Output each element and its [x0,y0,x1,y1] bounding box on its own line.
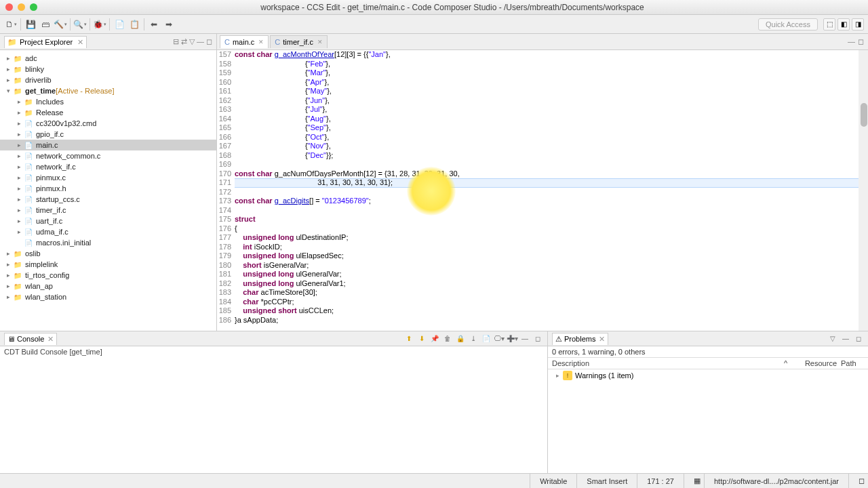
tree-item[interactable]: 📄macros.ini_initial [0,237,216,248]
tree-item[interactable]: ▸📄network_common.c [0,150,216,161]
view-menu-icon[interactable]: ▽ [189,37,195,46]
code-editor[interactable]: 157 158 159 160 161 162 163 164 165 166 … [217,50,868,331]
window-title: workspace - CCS Edit - get_time/main.c -… [42,3,863,12]
warnings-label: Warnings (1 item) [575,371,633,380]
tree-item[interactable]: ▸📄startup_ccs.c [0,194,216,205]
console-max-icon[interactable]: ◻ [532,333,543,344]
project-tree[interactable]: ▸📁adc▸📁blinky▸📁driverlib▾📁get_time [Acti… [0,50,216,331]
tree-item[interactable]: ▸📄cc3200v1p32.cmd [0,118,216,129]
expand-icon[interactable]: ▸ [556,372,563,379]
console-up-icon[interactable]: ⬆ [403,333,414,344]
search-icon[interactable]: 🔍 [73,18,87,31]
link-editor-icon[interactable]: ⇄ [181,37,187,46]
console-icon: 🖥 [7,335,15,343]
close-window-button[interactable] [5,3,13,11]
console-new-icon[interactable]: ➕▾ [507,333,517,344]
warning-icon: ! [563,371,572,380]
zoom-window-button[interactable] [30,3,37,11]
editor-area: Cmain.c✕Ctimer_if.c✕ — ◻ 157 158 159 160… [217,34,868,331]
tree-item[interactable]: ▸📄network_if.c [0,161,216,172]
problems-icon: ⚠ [555,335,562,344]
console-display-icon[interactable]: 🖵▾ [494,333,505,344]
tree-item[interactable]: ▸📁adc [0,53,216,64]
back-icon[interactable]: ⬅ [147,18,161,31]
maximize-editor-icon[interactable]: ◻ [858,37,864,46]
tree-item[interactable]: ▸📁wlan_station [0,291,216,302]
console-tab[interactable]: 🖥 Console ✕ [4,333,57,345]
tree-item[interactable]: ▾📁get_time [Active - Release] [0,85,216,96]
console-label: Console [17,335,44,343]
tree-item[interactable]: ▸📁Release [0,107,216,118]
new-menu-icon[interactable]: 🗋 [4,18,18,31]
col-description[interactable]: Description [548,359,780,367]
col-path[interactable]: Path [841,359,868,367]
forward-icon[interactable]: ➡ [162,18,176,31]
tree-item[interactable]: ▸📄gpio_if.c [0,129,216,140]
quick-access-input[interactable]: Quick Access [758,18,818,30]
problems-min-icon[interactable]: — [840,333,851,344]
tree-item[interactable]: ▸📄main.c [0,140,216,150]
minimize-window-button[interactable] [18,3,25,11]
problems-tab[interactable]: ⚠ Problems ✕ [552,333,608,345]
main-toolbar: 🗋 💾 🗃 🔨 🔍 🐞 📄 📋 ⬅ ➡ Quick Access ⬚ ◧ ◨ [0,15,868,34]
perspective-other-icon[interactable]: ◨ [852,18,864,30]
insert-mode-status: Smart Insert [576,474,637,488]
collapse-all-icon[interactable]: ⊟ [173,37,179,46]
editor-tab[interactable]: Cmain.c✕ [220,35,269,48]
console-down-icon[interactable]: ⬇ [416,333,427,344]
tree-item[interactable]: ▸📄pinmux.c [0,172,216,183]
console-min-icon[interactable]: — [519,333,530,344]
folder-icon: 📁 [7,38,17,47]
minimize-view-icon[interactable]: — [197,37,204,46]
tree-item[interactable]: ▸📁driverlib [0,75,216,85]
close-console-icon[interactable]: ✕ [47,335,54,344]
tool2-icon[interactable]: 📋 [127,18,141,31]
save-icon[interactable]: 💾 [24,18,37,31]
problems-view: ⚠ Problems ✕ ▽ — ◻ 0 errors, 1 warning, … [548,331,868,473]
save-all-icon[interactable]: 🗃 [39,18,52,31]
warnings-row[interactable]: ▸ ! Warnings (1 item) [548,369,868,382]
console-subtitle: CDT Build Console [get_time] [0,346,547,357]
close-tab-icon[interactable]: ✕ [77,38,83,47]
tree-item[interactable]: ▸📁Includes [0,96,216,107]
console-view: 🖥 Console ✕ ⬆ ⬇ 📌 🗑 🔒 ⤓ 📄 🖵▾ ➕▾ — ◻ CDT … [0,331,548,473]
writable-status: Writable [530,474,576,488]
debug-icon[interactable]: 🐞 [93,18,106,31]
editor-tab[interactable]: Ctimer_if.c✕ [270,35,328,48]
close-problems-icon[interactable]: ✕ [599,335,605,344]
minimize-editor-icon[interactable]: — [848,37,855,46]
tree-item[interactable]: ▸📁blinky [0,64,216,75]
tree-item[interactable]: ▸📁ti_rtos_config [0,270,216,281]
tree-item[interactable]: ▸📁wlan_ap [0,281,216,291]
maximize-view-icon[interactable]: ◻ [206,37,212,46]
perspective-ccs-icon[interactable]: ⬚ [823,18,835,30]
console-lock-icon[interactable]: 🔒 [455,333,466,344]
perspective-debug-icon[interactable]: ◧ [837,18,850,30]
build-icon[interactable]: 🔨 [54,18,67,31]
console-scroll-icon[interactable]: ⤓ [468,333,479,344]
titlebar: workspace - CCS Edit - get_time/main.c -… [0,0,868,15]
problems-menu-icon[interactable]: ▽ [827,333,838,344]
tool-icon[interactable]: 📄 [113,18,126,31]
problems-max-icon[interactable]: ◻ [853,333,864,344]
console-pin-icon[interactable]: 📌 [429,333,440,344]
console-open-icon[interactable]: 📄 [481,333,492,344]
tree-item[interactable]: ▸📁oslib [0,248,216,259]
editor-scrollbar[interactable] [859,50,868,331]
problems-columns: Description ^Resource Path [548,357,868,369]
tree-item[interactable]: ▸📄pinmux.h [0,183,216,194]
download-link[interactable]: http://software-dl..../p2mac/content.jar [704,474,848,488]
tree-item[interactable]: ▸📄udma_if.c [0,226,216,237]
console-clear-icon[interactable]: 🗑 [442,333,453,344]
project-explorer-tab[interactable]: 📁 Project Explorer ✕ [4,36,87,48]
problems-status: 0 errors, 1 warning, 0 others [548,346,868,357]
project-explorer-view: 📁 Project Explorer ✕ ⊟ ⇄ ▽ — ◻ ▸📁adc▸📁bl… [0,34,217,331]
progress-icon[interactable]: ▦ [684,474,704,488]
col-resource[interactable]: ^Resource [780,359,841,367]
tree-item[interactable]: ▸📄uart_if.c [0,216,216,226]
tree-item[interactable]: ▸📁simplelink [0,259,216,270]
tree-item[interactable]: ▸📄timer_if.c [0,205,216,216]
progress-stop-icon[interactable]: ◻ [848,474,868,488]
cursor-position-status: 171 : 27 [637,474,684,488]
status-bar: Writable Smart Insert 171 : 27 ▦ http://… [0,473,868,488]
